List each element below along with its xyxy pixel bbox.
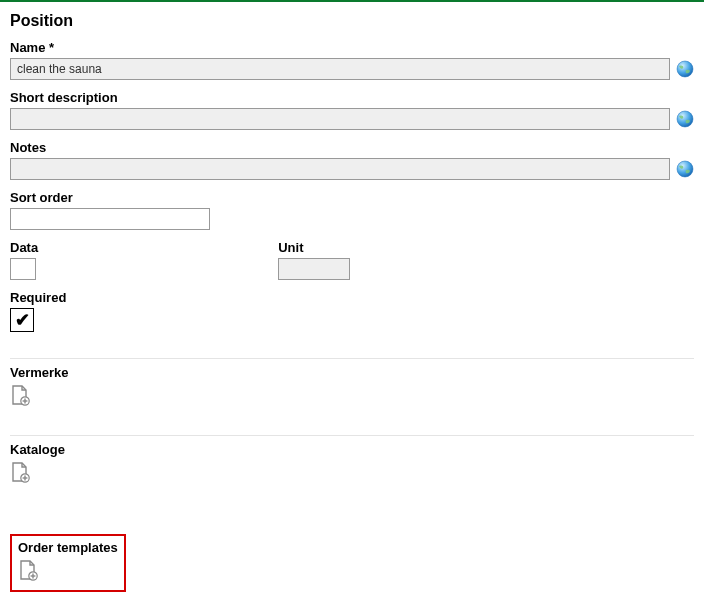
subsection-kataloge: Kataloge [10,442,694,486]
field-unit: Unit [278,240,350,280]
field-required: Required ✔ [10,290,694,332]
name-input[interactable] [10,58,670,80]
globe-icon[interactable] [676,110,694,128]
notes-input[interactable] [10,158,670,180]
label-vermerke: Vermerke [10,365,694,380]
divider [10,358,694,359]
label-unit: Unit [278,240,350,255]
data-input[interactable] [10,258,36,280]
section-title: Position [10,12,694,30]
field-sort-order: Sort order [10,190,694,230]
field-name: Name * [10,40,694,80]
svg-point-1 [677,111,693,127]
document-add-icon[interactable] [10,384,30,406]
checkmark-icon: ✔ [15,311,30,329]
label-sort-order: Sort order [10,190,694,205]
unit-input[interactable] [278,258,350,280]
svg-point-0 [677,61,693,77]
document-add-icon[interactable] [18,559,38,581]
label-kataloge: Kataloge [10,442,694,457]
svg-point-2 [677,161,693,177]
globe-icon[interactable] [676,60,694,78]
label-notes: Notes [10,140,694,155]
subsection-order-templates-highlighted: Order templates [10,534,126,592]
short-description-input[interactable] [10,108,670,130]
field-short-description: Short description [10,90,694,130]
label-required: Required [10,290,694,305]
subsection-vermerke: Vermerke [10,365,694,409]
label-name: Name * [10,40,694,55]
required-checkbox[interactable]: ✔ [10,308,34,332]
field-data: Data [10,240,38,280]
label-data: Data [10,240,38,255]
document-add-icon[interactable] [10,461,30,483]
globe-icon[interactable] [676,160,694,178]
position-form: Position Name * [0,2,704,602]
divider [10,435,694,436]
label-short-description: Short description [10,90,694,105]
label-order-templates: Order templates [18,540,118,555]
sort-order-input[interactable] [10,208,210,230]
field-notes: Notes [10,140,694,180]
